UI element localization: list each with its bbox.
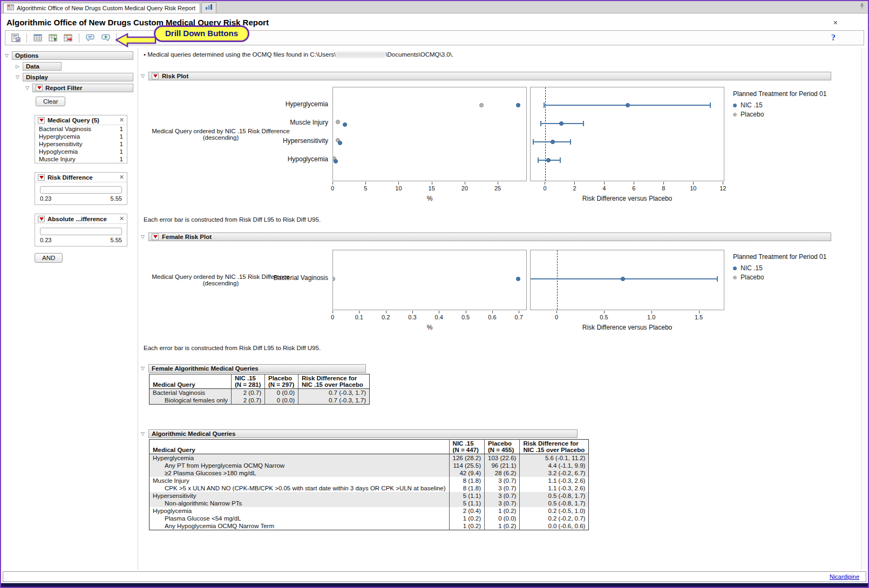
table-row[interactable]: Non-algorithmic Narrow PTs5 (1.1)3 (0.7)…	[150, 500, 589, 507]
placebo-dot[interactable]	[479, 103, 484, 107]
disclosure-open-icon[interactable]: ▽	[139, 366, 146, 371]
section-header-bar[interactable]: Female Risk Plot	[148, 233, 831, 241]
legend-item[interactable]: NIC .15	[733, 101, 826, 109]
tick-mark	[332, 182, 333, 184]
filter-item[interactable]: Bacterial Vaginosis1	[35, 125, 127, 133]
red-triangle-menu-icon[interactable]	[38, 117, 45, 124]
table-row[interactable]: Plasma Glucose <54 mg/dL1 (0.2)0 (0.0)0.…	[150, 515, 589, 522]
female-table-section: ▽ Female Algorithmic Medical Queries	[139, 364, 366, 373]
placebo-dot[interactable]	[332, 277, 335, 281]
column-header[interactable]: Medical Query	[150, 374, 232, 389]
tick-label: 0	[331, 185, 334, 192]
medical-query-cell: ≥2 Plasma Glucoses >180 mg/dL	[150, 469, 450, 477]
absolute-difference-range-slider[interactable]	[40, 228, 122, 235]
report-tab-icon	[7, 4, 14, 11]
comment-icon[interactable]	[84, 32, 96, 44]
callout-arrow	[116, 32, 157, 49]
table-row[interactable]: Biological females only2 (0.7)0 (0.0)0.7…	[150, 396, 370, 405]
clear-button[interactable]: Clear	[36, 97, 65, 106]
section-header-bar[interactable]: Female Algorithmic Medical Queries	[148, 364, 366, 373]
column-header[interactable]: Medical Query	[150, 440, 450, 454]
estimate-dot[interactable]	[621, 277, 625, 281]
disclosure-open-icon[interactable]: ▽	[14, 74, 21, 80]
chart-tab[interactable]	[201, 2, 216, 13]
table-row[interactable]: Hypersensitivity5 (1.1)3 (0.7)0.5 (-0.8,…	[150, 492, 589, 500]
zero-reference-line	[557, 250, 558, 310]
disclosure-closed-icon[interactable]: ▷	[14, 64, 21, 69]
comment-add-icon[interactable]	[99, 32, 111, 44]
column-header[interactable]: Risk Difference for NIC .15 over Placebo	[298, 374, 370, 389]
legend-item[interactable]: Placebo	[733, 274, 826, 281]
legend-item[interactable]: Placebo	[733, 111, 826, 118]
table-row[interactable]: Any Hypoglycemia OCMQ Narrow Term1 (0.2)…	[150, 522, 589, 530]
placebo-dot[interactable]	[336, 120, 340, 124]
column-header[interactable]: Risk Difference for NIC .15 over Placebo	[520, 440, 589, 454]
column-header[interactable]: Placebo (N = 455)	[485, 440, 520, 454]
table-row[interactable]: Any PT from Hyperglycemia OCMQ Narrow114…	[150, 462, 589, 469]
red-triangle-menu-icon[interactable]	[152, 234, 159, 240]
new-report-icon[interactable]	[10, 32, 22, 44]
red-triangle-menu-icon[interactable]	[38, 174, 45, 181]
column-header[interactable]: NIC .15 (N = 447)	[449, 440, 484, 454]
report-filter-header[interactable]: Report Filter	[32, 84, 133, 92]
table-row[interactable]: Bacterial Vaginosis2 (0.7)0 (0.0)0.7 (-0…	[150, 389, 370, 397]
nic-dot[interactable]	[338, 141, 342, 145]
category-label: Hyperglycemia	[286, 100, 328, 108]
estimate-dot[interactable]	[546, 158, 551, 162]
data-header[interactable]: Data	[23, 62, 62, 71]
close-icon[interactable]: ✕	[119, 117, 124, 124]
disclosure-open-icon[interactable]: ▽	[139, 234, 146, 240]
report-tab[interactable]: Algorithmic Office of New Drugs Custom M…	[3, 3, 200, 13]
filter-item[interactable]: Hyperglycemia1	[35, 133, 127, 140]
tick-label: 15	[429, 185, 435, 192]
disclosure-open-icon[interactable]: ▽	[3, 53, 10, 58]
disclosure-open-icon[interactable]: ▽	[139, 73, 146, 79]
legend-item[interactable]: NIC .15	[733, 264, 826, 272]
table-row[interactable]: ≥2 Plasma Glucoses >180 mg/dL42 (9.4)28 …	[150, 469, 589, 477]
estimate-dot[interactable]	[626, 103, 630, 107]
section-header-bar[interactable]: Algorithmic Medical Queries	[148, 429, 578, 438]
estimate-dot[interactable]	[551, 140, 555, 144]
table-row[interactable]: CPK >5 x ULN AND NO (CPK-MB/CPK >0.05 wi…	[150, 484, 589, 492]
disclosure-open-icon[interactable]: ▽	[24, 85, 31, 91]
estimate-dot[interactable]	[559, 121, 564, 126]
table-row[interactable]: Hypoglycemia2 (0.4)1 (0.2)0.2 (-0.5, 1.0…	[150, 507, 589, 515]
nic-dot[interactable]	[343, 122, 347, 127]
close-icon[interactable]: ✕	[119, 215, 124, 222]
close-icon[interactable]: ✕	[119, 174, 124, 181]
red-triangle-menu-icon[interactable]	[36, 85, 43, 91]
vertical-scrollbar[interactable]	[861, 48, 867, 570]
column-header[interactable]: NIC .15 (N = 281)	[232, 374, 265, 389]
tick-mark	[492, 311, 493, 313]
legend: Planned Treatment for Period 01 NIC .15P…	[733, 90, 826, 118]
filter-item[interactable]: Muscle Injury1	[35, 155, 127, 163]
filter-item[interactable]: Hypersensitivity1	[35, 140, 127, 148]
column-header[interactable]: Placebo (N = 297)	[265, 374, 298, 389]
close-icon[interactable]: ×	[833, 18, 838, 27]
help-button[interactable]: ?	[831, 33, 836, 43]
category-label: Muscle Injury	[290, 119, 328, 126]
display-header[interactable]: Display	[23, 73, 133, 81]
save-table-icon[interactable]	[47, 32, 59, 44]
red-triangle-menu-icon[interactable]	[38, 216, 45, 222]
nicardipine-link[interactable]: Nicardipine	[830, 573, 859, 580]
section-header-bar[interactable]: Risk Plot	[148, 72, 831, 80]
export-table-icon[interactable]	[62, 32, 74, 44]
risk-difference-range-slider[interactable]	[40, 186, 122, 194]
disclosure-open-icon[interactable]: ▽	[139, 431, 146, 436]
filter-item[interactable]: Hypoglycemia1	[35, 148, 127, 155]
data-table-icon[interactable]	[32, 32, 44, 44]
options-header[interactable]: Options	[12, 51, 133, 60]
table-row[interactable]: Muscle Injury8 (1.8)3 (0.7)1.1 (-0.3, 2.…	[150, 477, 589, 484]
pin-icon[interactable]	[859, 3, 865, 11]
red-triangle-menu-icon[interactable]	[152, 73, 159, 79]
diff-axis-ticks: 024681012	[530, 182, 724, 194]
redacted-username	[336, 52, 385, 58]
and-button[interactable]: AND	[35, 253, 63, 263]
tick-mark	[693, 182, 694, 184]
nic-dot[interactable]	[334, 159, 338, 163]
error-bar-cap	[710, 102, 711, 108]
nic-dot[interactable]	[516, 277, 520, 281]
table-row[interactable]: Hyperglycemia126 (28.2)103 (22.6)5.6 (-0…	[150, 454, 589, 462]
nic-dot[interactable]	[516, 103, 520, 107]
